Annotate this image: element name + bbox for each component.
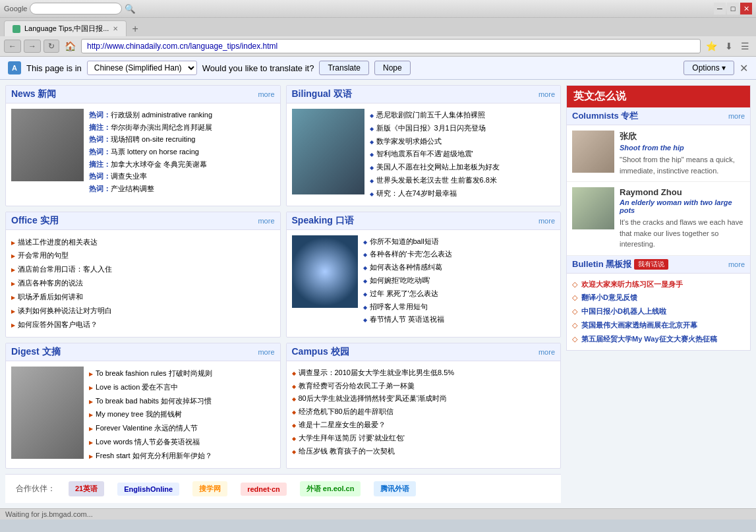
bilingual-item-1[interactable]: 悉尼歌剧院门前五千人集体拍裸照 <box>370 109 500 122</box>
digest-item-7[interactable]: Fresh start 如何充分利用新年伊始？ <box>89 449 212 463</box>
news-item-3[interactable]: 热词：现场招聘 on-site recruiting <box>89 133 275 146</box>
office-section: Office 实用 more 描述工作进度的相关表达 开会常用的句型 酒店前台常… <box>5 212 281 338</box>
office-item-3[interactable]: 酒店前台常用口语：客人入住 <box>11 262 112 276</box>
digest-more[interactable]: more <box>258 348 274 356</box>
partner-qq[interactable]: 腾讯外语 <box>374 481 416 496</box>
search-input[interactable] <box>30 3 122 15</box>
downloads-icon[interactable]: ⬇ <box>722 40 736 53</box>
digest-item-5[interactable]: Forever Valentine 永远的情人节 <box>89 421 212 435</box>
bilingual-item-6[interactable]: 世界头发最长老汉去世 生前蓄发6.8米 <box>370 174 500 187</box>
news-item-4[interactable]: 热词：马票 lottery on horse racing <box>89 146 275 158</box>
office-list: 描述工作进度的相关表达 开会常用的句型 酒店前台常用口语：客人入住 酒店各种客房… <box>11 235 112 332</box>
speaking-item-6[interactable]: 招呼客人常用短句 <box>363 301 452 314</box>
speaking-item-7[interactable]: 春节情人节 英语送祝福 <box>363 313 452 326</box>
bulletin-more[interactable]: more <box>728 260 745 268</box>
office-header: Office 实用 more <box>6 212 280 230</box>
nav-bar: ← → ↻ 🏠 http://www.chinadaily.com.cn/lan… <box>0 36 756 57</box>
close-translate-button[interactable]: ✕ <box>740 62 748 74</box>
nope-button[interactable]: Nope <box>374 61 411 75</box>
bulletin-item-3[interactable]: 中国日报小D机器人上线啦 <box>572 305 745 318</box>
digest-item-6[interactable]: Love words 情人节必备英语祝福 <box>89 435 212 449</box>
sidebar-top-box: 英文怎么说 Columnists 专栏 more 张欣 Shoot from t… <box>566 85 751 351</box>
new-tab-button[interactable]: + <box>127 22 143 36</box>
partner-21english[interactable]: 21英语 <box>69 481 104 496</box>
speaking-item-2[interactable]: 各种各样的'卡壳'怎么表达 <box>363 248 452 261</box>
news-item-2[interactable]: 摘注：华尔街举办演出周纪念肖邦诞展 <box>89 121 275 134</box>
bulletin-item-4[interactable]: 英国最伟大画家透纳画展在北京开幕 <box>572 318 745 332</box>
digest-image <box>11 367 84 459</box>
news-more[interactable]: more <box>258 90 274 98</box>
refresh-button[interactable]: ↻ <box>44 40 59 53</box>
columnist-name-2[interactable]: Raymond Zhou <box>620 187 745 197</box>
speaking-more[interactable]: more <box>538 217 555 225</box>
language-selector[interactable]: Chinese (Simplified Han) <box>87 61 197 75</box>
options-button[interactable]: Options ▾ <box>683 61 734 75</box>
forward-button[interactable]: → <box>24 40 41 53</box>
speaking-image <box>292 235 358 308</box>
partner-englishonline[interactable]: EnglishOnline <box>117 483 179 496</box>
speaking-item-4[interactable]: 如何婉拒'吃吃动嗎' <box>363 274 452 287</box>
bilingual-item-5[interactable]: 美国人不愿在社交网站上加老板为好友 <box>370 161 500 174</box>
speaking-item-5[interactable]: 过年 累死了'怎么表达 <box>363 287 452 301</box>
office-item-7[interactable]: 如何应答外国客户电话？ <box>11 318 112 332</box>
bulletin-item-2[interactable]: 翻译小D意见反馈 <box>572 291 745 305</box>
news-item-1[interactable]: 热词：行政级别 administrative ranking <box>89 109 275 121</box>
translate-button[interactable]: Translate <box>319 61 369 75</box>
bulletin-tag[interactable]: 我有话说 <box>634 259 668 270</box>
bilingual-item-3[interactable]: 数学家发明求婚公式 <box>370 135 500 148</box>
campus-item-4[interactable]: 经济危机下80后的超牛辞职信 <box>292 405 455 419</box>
columnist-headline-1[interactable]: Shoot from the hip <box>620 144 745 152</box>
active-tab[interactable]: Language Tips,中国日报... ✕ <box>4 20 127 36</box>
campus-item-3[interactable]: 80后大学生就业选择悄然转变'凤还巢'渐成时尚 <box>292 392 455 405</box>
news-item-5[interactable]: 摘注：加拿大水球夺金 冬典完美谢幕 <box>89 158 275 171</box>
campus-more[interactable]: more <box>538 348 555 356</box>
digest-item-1[interactable]: To break fashion rules 打破时尚规则 <box>89 367 212 380</box>
back-button[interactable]: ← <box>4 40 21 53</box>
columnists-more[interactable]: more <box>728 112 745 120</box>
digest-header: Digest 文摘 more <box>6 343 280 361</box>
minimize-button[interactable]: ─ <box>714 3 726 15</box>
columnist-headline-2[interactable]: An elderly woman with two large pots <box>620 198 745 214</box>
digest-item-4[interactable]: My money tree 我的摇钱树 <box>89 407 212 421</box>
speaking-list: 你所不知道的ball短语 各种各样的'卡壳'怎么表达 如何表达各种情感纠葛 如何… <box>363 235 452 327</box>
maximize-button[interactable]: □ <box>727 3 739 15</box>
bilingual-item-4[interactable]: 智利地震系百年不遇'超级地震' <box>370 148 500 161</box>
office-item-2[interactable]: 开会常用的句型 <box>11 249 112 262</box>
campus-item-2[interactable]: 教育经费可否分给农民工子弟一杯羹 <box>292 380 455 393</box>
campus-item-5[interactable]: 谁是十二星座女生的最爱？ <box>292 419 455 432</box>
campus-item-7[interactable]: 给压岁钱 教育孩子的一次契机 <box>292 445 455 458</box>
bilingual-item-2[interactable]: 新版《中国日报》3月1日闪亮登场 <box>370 122 500 135</box>
close-button[interactable]: ✕ <box>740 3 752 15</box>
partner-eol[interactable]: 外语 en.eol.cn <box>300 481 361 496</box>
tab-close-button[interactable]: ✕ <box>113 25 118 32</box>
digest-item-3[interactable]: To break bad habits 如何改掉坏习惯 <box>89 394 212 408</box>
search-button[interactable]: 🔍 <box>125 4 136 14</box>
office-more[interactable]: more <box>258 217 274 225</box>
speaking-item-1[interactable]: 你所不知道的ball短语 <box>363 235 452 249</box>
office-item-4[interactable]: 酒店各种客房的说法 <box>11 276 112 290</box>
news-image <box>11 109 84 181</box>
bulletin-item-1[interactable]: 欢迎大家来听力练习区一显身手 <box>572 278 745 291</box>
digest-item-2[interactable]: Love is action 爱在不言中 <box>89 380 212 394</box>
page-in-text: This page is in <box>26 63 82 73</box>
campus-item-1[interactable]: 调查显示：2010届女大学生就业率比男生低8.5% <box>292 367 455 380</box>
bilingual-more[interactable]: more <box>538 90 555 98</box>
news-item-7[interactable]: 热词：产业结构调整 <box>89 183 275 195</box>
menu-icon[interactable]: ☰ <box>738 40 752 53</box>
office-item-1[interactable]: 描述工作进度的相关表达 <box>11 235 112 249</box>
search-box: Google 🔍 <box>4 3 136 15</box>
partner-rednet[interactable]: rednet·cn <box>241 483 287 496</box>
home-icon[interactable]: 🏠 <box>62 40 78 53</box>
campus-item-6[interactable]: 大学生拜年送简历 讨要'就业红包' <box>292 432 455 445</box>
bulletin-item-5[interactable]: 第五届经贸大学My Way征文大赛火热征稿 <box>572 332 745 346</box>
bilingual-item-7[interactable]: 研究：人在74岁时最幸福 <box>370 187 500 200</box>
partner-sooxue[interactable]: 搜学网 <box>192 481 227 496</box>
bookmark-icon[interactable]: ⭐ <box>703 40 720 53</box>
address-bar[interactable]: http://www.chinadaily.com.cn/language_ti… <box>81 39 701 53</box>
columnist-name-1[interactable]: 张欣 <box>620 131 745 142</box>
news-item-6[interactable]: 热词：调查失业率 <box>89 170 275 183</box>
office-item-6[interactable]: 谈判如何换种说法让对方明白 <box>11 304 112 318</box>
speaking-item-3[interactable]: 如何表达各种情感纠葛 <box>363 261 452 274</box>
office-item-5[interactable]: 职场矛盾后如何讲和 <box>11 290 112 304</box>
status-bar: Waiting for js.bmgad.com... <box>0 508 756 519</box>
